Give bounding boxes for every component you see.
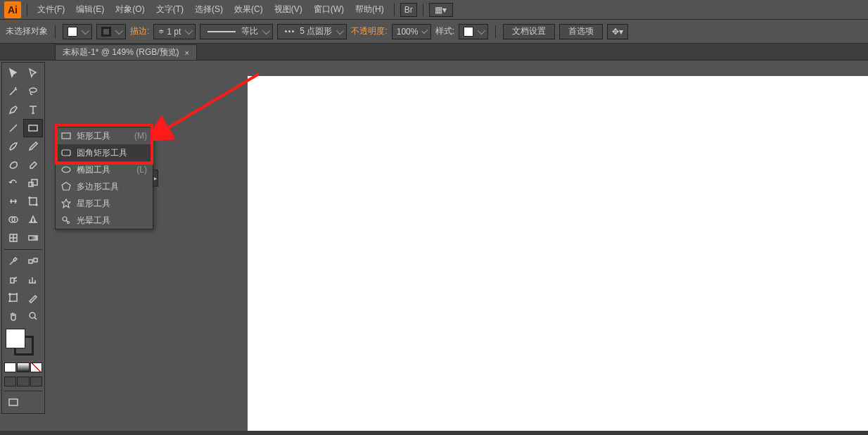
- fill-stroke-swatch[interactable]: [4, 329, 42, 357]
- style-label: 样式:: [435, 25, 454, 37]
- eraser-tool[interactable]: [24, 156, 42, 173]
- flyout-rounded-rectangle[interactable]: 圆角矩形工具: [56, 144, 153, 161]
- svg-rect-10: [29, 236, 37, 240]
- screen-mode-button[interactable]: [4, 394, 23, 411]
- svg-rect-2: [29, 182, 33, 187]
- panel-menu-icon[interactable]: ✥▾: [607, 24, 628, 39]
- blend-tool[interactable]: [24, 253, 42, 270]
- width-tool[interactable]: [4, 193, 23, 210]
- opacity-input[interactable]: 100%: [392, 24, 431, 39]
- flyout-shortcut: (L): [136, 165, 147, 175]
- menu-file[interactable]: 文件(F): [33, 1, 69, 18]
- draw-inside[interactable]: [30, 377, 42, 386]
- flyout-rectangle[interactable]: 矩形工具 (M): [56, 127, 153, 144]
- separator: [394, 4, 395, 16]
- flyout-label: 光晕工具: [77, 215, 110, 227]
- svg-rect-1: [29, 125, 37, 131]
- symbol-sprayer-tool[interactable]: [4, 271, 23, 288]
- menu-object[interactable]: 对象(O): [111, 1, 148, 18]
- svg-rect-14: [10, 294, 17, 301]
- rectangle-icon: [61, 131, 71, 141]
- rounded-rectangle-icon: [61, 148, 71, 158]
- type-tool[interactable]: [24, 101, 42, 118]
- tool-divider: [4, 391, 42, 391]
- flyout-tearoff-handle[interactable]: ▸: [153, 170, 158, 187]
- paintbrush-tool[interactable]: [4, 138, 23, 155]
- bridge-icon[interactable]: Br: [400, 3, 417, 17]
- menu-select[interactable]: 选择(S): [191, 1, 227, 18]
- free-transform-tool[interactable]: [24, 193, 42, 210]
- tool-divider: [4, 249, 42, 250]
- mesh-tool[interactable]: [4, 229, 23, 246]
- flyout-ellipse[interactable]: 椭圆工具 (L): [56, 161, 153, 178]
- artboard[interactable]: [248, 76, 868, 435]
- separator: [495, 25, 496, 38]
- arrange-docs-icon[interactable]: ▦▾: [429, 3, 453, 17]
- opacity-label: 不透明度:: [351, 25, 387, 37]
- preferences-button[interactable]: 首选项: [559, 24, 603, 39]
- flyout-star[interactable]: 星形工具: [56, 195, 153, 212]
- scale-tool[interactable]: [24, 175, 42, 191]
- menu-help[interactable]: 帮助(H): [351, 1, 388, 18]
- flyout-polygon[interactable]: 多边形工具: [56, 178, 153, 195]
- document-tabbar: 未标题-1* @ 149% (RGB/预览) ×: [0, 44, 868, 61]
- svg-point-5: [29, 197, 30, 198]
- stroke-profile-select[interactable]: 等比: [200, 24, 273, 39]
- pencil-tool[interactable]: [24, 138, 42, 155]
- flyout-flare[interactable]: 光晕工具: [56, 212, 153, 229]
- shape-builder-tool[interactable]: [4, 211, 23, 228]
- pen-tool[interactable]: [4, 101, 23, 118]
- svg-line-25: [164, 74, 259, 130]
- toolbox: [1, 62, 45, 414]
- rotate-tool[interactable]: [4, 175, 23, 191]
- perspective-grid-tool[interactable]: [24, 211, 42, 228]
- menu-window[interactable]: 窗口(W): [309, 1, 348, 18]
- document-tab[interactable]: 未标题-1* @ 149% (RGB/预览) ×: [55, 44, 197, 60]
- svg-point-19: [62, 167, 70, 172]
- brush-select[interactable]: 5 点圆形: [277, 24, 347, 39]
- direct-selection-tool[interactable]: [24, 65, 42, 82]
- color-mode-gradient[interactable]: [17, 362, 29, 372]
- color-mode-row: [4, 362, 42, 372]
- stroke-weight-input[interactable]: ≑1 pt: [153, 24, 196, 39]
- column-graph-tool[interactable]: [24, 271, 42, 288]
- flyout-label: 椭圆工具: [77, 164, 110, 176]
- close-icon[interactable]: ×: [185, 49, 189, 57]
- color-mode-solid[interactable]: [4, 362, 16, 372]
- shape-tool-flyout: 矩形工具 (M) 圆角矩形工具 椭圆工具 (L) 多边形工具 星形工具 光晕工具…: [55, 127, 153, 229]
- gradient-tool[interactable]: [24, 229, 42, 246]
- fill-swatch[interactable]: [63, 24, 92, 39]
- svg-point-6: [36, 204, 37, 206]
- blob-brush-tool[interactable]: [4, 156, 23, 173]
- style-swatch[interactable]: [459, 24, 488, 39]
- line-tool[interactable]: [4, 120, 23, 137]
- menu-type[interactable]: 文字(T): [152, 1, 188, 18]
- slice-tool[interactable]: [24, 289, 42, 306]
- svg-rect-13: [11, 278, 14, 283]
- svg-rect-17: [62, 133, 70, 139]
- hand-tool[interactable]: [4, 308, 23, 324]
- svg-point-15: [30, 313, 35, 318]
- fill-color[interactable]: [6, 329, 25, 348]
- stroke-label: 描边:: [130, 25, 149, 37]
- eyedropper-tool[interactable]: [4, 253, 23, 270]
- artboard-tool[interactable]: [4, 289, 23, 306]
- color-mode-none[interactable]: [30, 362, 42, 372]
- draw-behind[interactable]: [17, 377, 29, 386]
- svg-rect-18: [62, 150, 70, 156]
- separator: [27, 4, 27, 16]
- selection-tool[interactable]: [4, 65, 23, 82]
- zoom-tool[interactable]: [24, 308, 42, 324]
- rectangle-tool[interactable]: [24, 120, 42, 137]
- menu-effect[interactable]: 效果(C): [230, 1, 267, 18]
- lasso-tool[interactable]: [24, 83, 42, 100]
- menu-view[interactable]: 视图(V): [270, 1, 307, 18]
- magic-wand-tool[interactable]: [4, 83, 23, 100]
- stroke-swatch[interactable]: [96, 24, 126, 39]
- svg-rect-11: [29, 260, 32, 263]
- svg-marker-20: [62, 182, 70, 190]
- doc-setup-button[interactable]: 文档设置: [503, 24, 555, 39]
- app-logo: Ai: [4, 1, 21, 18]
- menu-edit[interactable]: 编辑(E): [72, 1, 108, 18]
- draw-normal[interactable]: [4, 377, 16, 386]
